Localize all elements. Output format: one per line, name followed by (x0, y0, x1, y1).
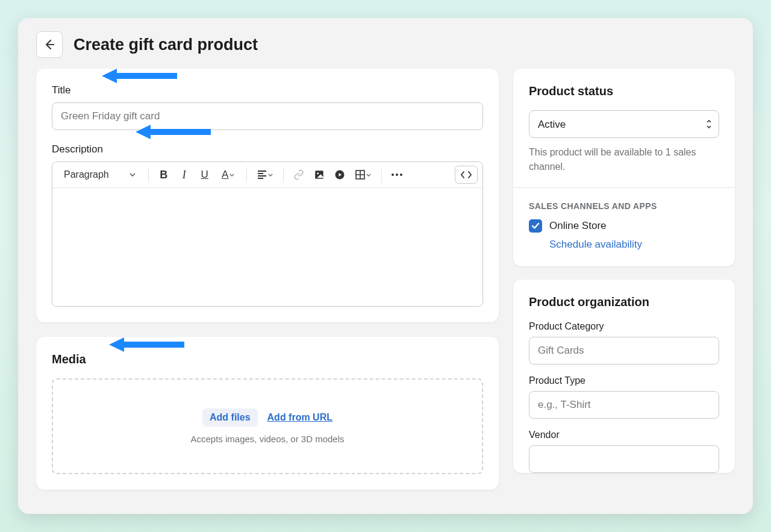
toolbar-separator (148, 167, 149, 183)
ellipsis-icon (392, 174, 402, 176)
rte-toolbar: Paragraph B I U A (52, 162, 482, 188)
back-button[interactable] (36, 31, 63, 58)
sales-channels-heading: SALES CHANNELS AND APPS (529, 201, 719, 211)
toolbar-separator (283, 167, 284, 183)
italic-button[interactable]: I (175, 166, 193, 184)
side-column: Product status Active This product will … (513, 69, 735, 510)
product-status-title: Product status (529, 84, 719, 98)
toolbar-separator (381, 167, 382, 183)
annotation-arrow-media (106, 336, 184, 354)
table-button[interactable] (351, 166, 375, 184)
svg-point-1 (317, 172, 319, 174)
code-icon (460, 171, 472, 179)
caret-down-icon (130, 173, 136, 177)
schedule-availability-link[interactable]: Schedule availability (549, 239, 642, 251)
dropzone-hint: Accepts images, videos, or 3D models (65, 434, 470, 444)
underline-button[interactable]: U (196, 166, 214, 184)
product-organization-card: Product organization Product Category Pr… (513, 280, 735, 473)
caret-down-icon (268, 174, 273, 177)
channel-row: Online Store (529, 219, 719, 233)
svg-point-6 (400, 174, 402, 176)
status-helper-text: This product will be available to 1 sale… (529, 145, 719, 174)
dropzone-actions: Add files Add from URL (65, 408, 470, 427)
image-icon (314, 169, 325, 180)
description-section: Description Paragraph B I U (52, 143, 483, 307)
status-select[interactable]: Active (529, 110, 719, 138)
title-label: Title (52, 84, 483, 96)
align-button[interactable] (253, 166, 277, 184)
add-files-button[interactable]: Add files (202, 408, 258, 427)
online-store-checkbox[interactable] (529, 219, 542, 233)
svg-point-4 (392, 174, 394, 176)
type-label: Product Type (529, 375, 719, 386)
main-column: Title Description Paragraph B I (36, 69, 499, 510)
table-icon (355, 170, 365, 180)
category-input[interactable] (529, 337, 719, 365)
format-select-label: Paragraph (64, 169, 109, 180)
vendor-field: Vendor (529, 430, 719, 473)
product-organization-title: Product organization (529, 295, 719, 309)
caret-down-icon (366, 174, 371, 177)
media-card: Media Add files Add from URL Accepts ima… (36, 337, 499, 490)
svg-point-5 (396, 174, 398, 176)
channel-label: Online Store (549, 220, 607, 232)
rich-text-editor: Paragraph B I U A (52, 161, 483, 307)
title-input[interactable] (52, 102, 483, 130)
play-circle-icon (334, 169, 345, 180)
app-window: Create gift card product Title Descripti… (18, 18, 753, 514)
link-button[interactable] (290, 166, 308, 184)
media-dropzone[interactable]: Add files Add from URL Accepts images, v… (52, 378, 483, 474)
type-field: Product Type (529, 375, 719, 419)
product-status-card: Product status Active This product will … (513, 69, 735, 266)
rte-textarea[interactable] (52, 188, 482, 306)
content-area: Title Description Paragraph B I (18, 69, 753, 510)
check-icon (531, 222, 540, 230)
arrow-left-icon (43, 39, 55, 51)
add-from-url-link[interactable]: Add from URL (267, 412, 332, 423)
title-description-card: Title Description Paragraph B I (36, 69, 499, 322)
align-left-icon (257, 171, 267, 179)
video-button[interactable] (331, 166, 349, 184)
link-icon (293, 169, 304, 180)
toolbar-separator (246, 167, 247, 183)
html-view-button[interactable] (455, 166, 478, 184)
text-color-button[interactable]: A (216, 166, 240, 184)
category-field: Product Category (529, 321, 719, 365)
description-label: Description (52, 143, 483, 155)
type-input[interactable] (529, 391, 719, 419)
media-heading: Media (52, 352, 483, 366)
category-label: Product Category (529, 321, 719, 332)
vendor-label: Vendor (529, 430, 719, 440)
status-select-wrap: Active (529, 110, 719, 138)
more-button[interactable] (388, 166, 406, 184)
caret-down-icon (229, 174, 234, 177)
vendor-input[interactable] (529, 445, 719, 473)
page-title: Create gift card product (73, 36, 258, 54)
image-button[interactable] (310, 166, 328, 184)
divider (513, 187, 735, 188)
paragraph-format-select[interactable]: Paragraph (57, 166, 142, 183)
page-header: Create gift card product (18, 18, 753, 69)
annotation-arrow-title (99, 69, 177, 85)
bold-button[interactable]: B (155, 166, 173, 184)
